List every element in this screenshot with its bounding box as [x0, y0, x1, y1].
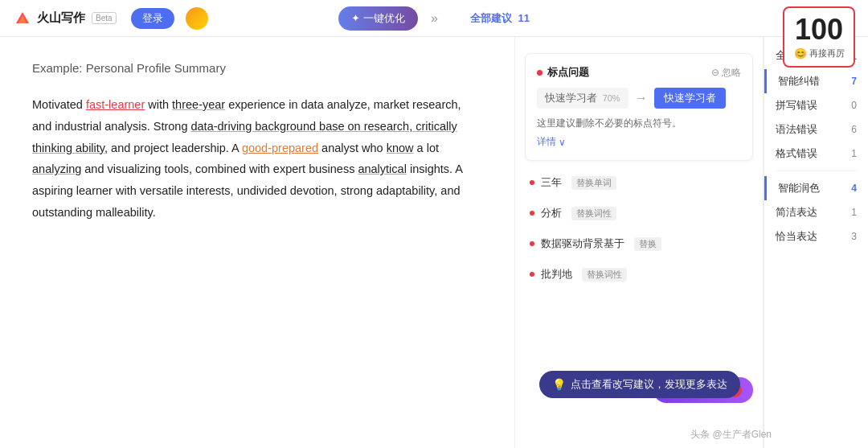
optimize-button[interactable]: ✦ 一键优化: [338, 6, 418, 31]
right-item-count: 0: [851, 100, 857, 111]
ignore-icon: ⊖: [711, 67, 719, 78]
right-item-count: 7: [851, 76, 857, 87]
topbar-center: ✦ 一键优化 » 全部建议 11: [338, 6, 530, 31]
right-item-smart-correct[interactable]: 智能纠错 7: [764, 69, 868, 93]
topbar: 火山写作 Beta 登录 ✦ 一键优化 » 全部建议 11 100 😊 再接再厉: [0, 0, 868, 37]
row-dot: [530, 211, 534, 216]
new-word-chip[interactable]: 快速学习者: [654, 88, 726, 109]
right-item-label: 恰当表达: [776, 229, 817, 244]
right-item-label: 智能纠错: [778, 74, 820, 88]
right-item-spelling[interactable]: 拼写错误 0: [764, 93, 868, 117]
tooltip-popup: 💡 点击查看改写建议，发现更多表达: [539, 371, 740, 398]
suggestion-row-1[interactable]: 三年 替换单词: [515, 167, 763, 198]
highlight-know: know: [387, 142, 414, 154]
score-number: 100: [795, 15, 843, 44]
row-badge: 替换单词: [571, 176, 616, 190]
right-panel: 全部建议 11 智能纠错 7 拼写错误 0 语法错误 6 格式错误 1 智能润色…: [764, 37, 868, 448]
logo-text: 火山写作: [37, 10, 85, 26]
main-area: Example: Personal Profile Summary Motiva…: [0, 37, 868, 448]
highlight-three-year: three-year: [172, 98, 225, 111]
row-label: 分析: [541, 206, 562, 220]
text-normal: with: [145, 98, 172, 111]
original-word-chip: 快速学习者 70%: [537, 88, 628, 109]
suggestion-row-2[interactable]: 分析 替换词性: [515, 198, 763, 228]
ignore-button[interactable]: ⊖ 忽略: [711, 66, 741, 80]
highlight-fast-learner: fast-learner: [86, 98, 145, 111]
row-label: 批判地: [541, 267, 572, 282]
row-dot: [530, 241, 534, 246]
text-normal: Motivated: [32, 98, 86, 111]
right-item-grammar[interactable]: 语法错误 6: [764, 117, 868, 142]
right-item-count: 1: [851, 148, 857, 159]
editor-panel: Example: Personal Profile Summary Motiva…: [0, 37, 514, 448]
text-normal: analyst who: [318, 142, 387, 154]
more-button[interactable]: »: [428, 11, 441, 26]
right-item-count: 1: [851, 207, 857, 218]
detail-button[interactable]: 详情 ∨: [537, 135, 741, 149]
right-item-count: 6: [851, 124, 857, 135]
highlight-analyzing: analyzing: [32, 162, 81, 175]
right-item-count: 4: [851, 183, 857, 194]
row-badge: 替换词性: [582, 268, 627, 282]
row-dot: [530, 272, 534, 277]
card-description: 这里建议删除不必要的标点符号。: [537, 117, 741, 130]
arrow-icon: →: [635, 91, 648, 105]
card-type: 标点问题: [537, 65, 589, 80]
text-normal: , and project leadership. A: [104, 142, 242, 154]
right-item-label: 智能润色: [778, 181, 820, 195]
text-normal: a lot: [414, 142, 439, 154]
right-item-label: 拼写错误: [776, 98, 817, 113]
right-item-format[interactable]: 格式错误 1: [764, 142, 868, 166]
right-item-appropriate[interactable]: 恰当表达 3: [764, 224, 868, 249]
score-emoji: 😊: [794, 47, 807, 60]
beta-badge: Beta: [92, 12, 117, 24]
logo-area: 火山写作 Beta 登录: [13, 7, 208, 30]
highlight-good-prepared: good-prepared: [242, 142, 318, 154]
text-normal: and visualizing tools, combined with exp…: [81, 162, 358, 175]
suggestions-count-label: 全部建议 11: [467, 11, 530, 26]
row-label: 三年: [541, 175, 562, 190]
watermark: 头条 @生产者Glen: [690, 428, 772, 442]
sparkle-icon: ✦: [351, 12, 360, 24]
card-dot: [537, 70, 542, 76]
login-button[interactable]: 登录: [131, 8, 174, 29]
card-header: 标点问题 ⊖ 忽略: [537, 65, 741, 80]
suggestion-row-4[interactable]: 批判地 替换词性: [515, 259, 763, 290]
row-badge: 替换词性: [571, 207, 616, 220]
row-label: 数据驱动背景基于: [541, 236, 624, 251]
bulb-icon: 💡: [552, 378, 566, 391]
original-score: 70%: [603, 93, 620, 103]
right-item-count: 3: [851, 231, 857, 242]
suggestion-row-3[interactable]: 数据驱动背景基于 替换: [515, 228, 763, 259]
doc-body[interactable]: Motivated fast-learner with three-year e…: [32, 94, 482, 224]
right-item-label: 简洁表达: [776, 205, 817, 220]
score-box: 100 😊 再接再厉: [783, 6, 855, 68]
right-item-smart-polish[interactable]: 智能润色 4: [764, 176, 868, 200]
logo-icon: [13, 9, 32, 28]
doc-title: Example: Personal Profile Summary: [32, 61, 482, 75]
avatar-button[interactable]: [186, 7, 208, 30]
score-label: 😊 再接再厉: [794, 47, 845, 60]
row-dot: [530, 180, 534, 185]
word-chips: 快速学习者 70% → 快速学习者: [537, 88, 741, 109]
suggestion-card: 标点问题 ⊖ 忽略 快速学习者 70% → 快速学习者 这里建议删除不必要的标点…: [525, 53, 753, 161]
row-badge: 替换: [634, 237, 661, 251]
right-item-concise[interactable]: 简洁表达 1: [764, 200, 868, 224]
chevron-down-icon: ∨: [559, 137, 566, 148]
suggestions-panel: 标点问题 ⊖ 忽略 快速学习者 70% → 快速学习者 这里建议删除不必要的标点…: [514, 37, 764, 448]
highlight-analytical: analytical: [358, 162, 406, 175]
right-divider: [776, 171, 857, 171]
right-item-label: 格式错误: [776, 146, 817, 161]
right-item-label: 语法错误: [776, 122, 817, 137]
